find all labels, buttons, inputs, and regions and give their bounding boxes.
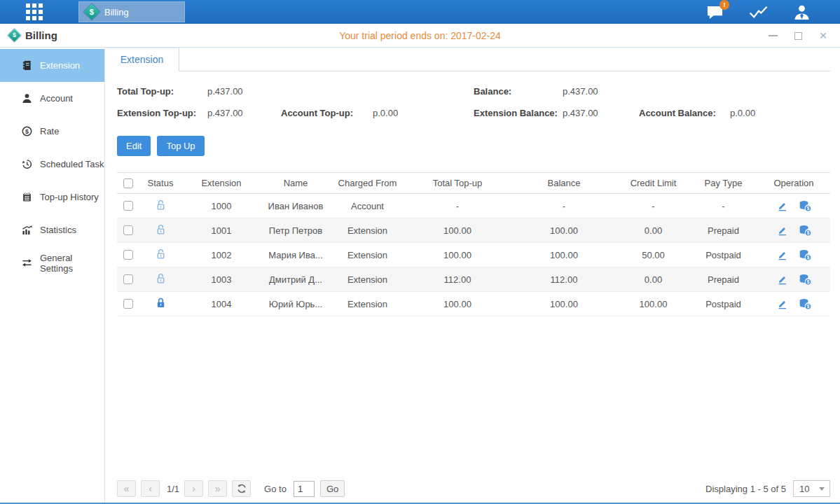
edit-button[interactable]: Edit bbox=[117, 136, 151, 156]
sidebar-item-extension[interactable]: Extension bbox=[0, 49, 104, 82]
status-locked-icon[interactable] bbox=[156, 297, 166, 309]
taskbar-tab-billing[interactable]: $ Billing bbox=[78, 1, 185, 22]
status-unlocked-icon[interactable] bbox=[156, 272, 166, 284]
svg-text:$: $ bbox=[806, 304, 809, 309]
page-size-select[interactable]: 10 bbox=[793, 480, 830, 497]
tab-bar: Extension bbox=[105, 48, 830, 71]
svg-text:$: $ bbox=[806, 255, 809, 260]
total-topup-value: p.437.00 bbox=[207, 86, 243, 97]
first-page-button[interactable]: « bbox=[117, 480, 136, 497]
account-topup-label: Account Top-up: bbox=[281, 108, 373, 118]
sidebar-item-label: Top-up History bbox=[40, 192, 99, 202]
row-checkbox[interactable] bbox=[123, 250, 133, 260]
svg-text:$: $ bbox=[25, 128, 29, 135]
minimize-button[interactable] bbox=[767, 30, 778, 41]
sidebar-item-label: Rate bbox=[40, 126, 59, 136]
col-name: Name bbox=[261, 173, 331, 194]
top-up-row-icon[interactable]: $ bbox=[799, 249, 812, 261]
page-indicator: 1/1 bbox=[167, 484, 179, 494]
account-balance-value: p.0.00 bbox=[730, 108, 755, 118]
sidebar-item-scheduled-task[interactable]: Scheduled Task bbox=[0, 148, 104, 181]
pagination-bar: « ‹ 1/1 › » Go to Go Displaying bbox=[117, 479, 830, 498]
maximize-button[interactable] bbox=[792, 30, 804, 41]
close-button[interactable]: × bbox=[818, 30, 829, 41]
table-row: 1002 Мария Ива... Extension 100.00 100.0… bbox=[117, 243, 830, 267]
sidebar-item-label: Scheduled Task bbox=[40, 159, 104, 169]
goto-page-input[interactable] bbox=[294, 481, 315, 497]
billing-app-icon: $ bbox=[84, 4, 100, 20]
notification-badge: ! bbox=[719, 0, 729, 10]
statistics-chart-icon[interactable] bbox=[748, 4, 769, 20]
table-row: 1001 Петр Петров Extension 100.00 100.00… bbox=[117, 218, 830, 243]
sidebar-item-label: Account bbox=[40, 93, 73, 104]
status-unlocked-icon[interactable] bbox=[156, 223, 166, 235]
balance-label: Balance: bbox=[474, 86, 563, 97]
top-up-row-icon[interactable]: $ bbox=[799, 200, 812, 212]
top-up-button[interactable]: Top Up bbox=[157, 136, 204, 156]
tab-extension[interactable]: Extension bbox=[105, 48, 179, 71]
svg-text:$: $ bbox=[806, 279, 809, 285]
select-all-checkbox[interactable] bbox=[123, 178, 133, 188]
chevron-down-icon bbox=[819, 487, 825, 491]
row-checkbox[interactable] bbox=[123, 299, 133, 309]
row-checkbox[interactable] bbox=[123, 225, 133, 235]
status-unlocked-icon[interactable] bbox=[156, 248, 166, 260]
edit-row-icon[interactable] bbox=[776, 225, 788, 237]
edit-row-icon[interactable] bbox=[776, 274, 788, 286]
extension-balance-value: p.437.00 bbox=[563, 108, 639, 118]
exchange-arrows-icon bbox=[22, 258, 32, 268]
page-size-value: 10 bbox=[799, 484, 809, 494]
next-page-button[interactable]: › bbox=[184, 480, 203, 497]
sidebar-item-label: Statistics bbox=[40, 225, 76, 235]
table-row: 1004 Юрий Юрь... Extension 100.00 100.00… bbox=[117, 292, 830, 316]
top-up-row-icon[interactable]: $ bbox=[799, 298, 812, 310]
trial-notice: Your trial period ends on: 2017-02-24 bbox=[0, 30, 840, 41]
sidebar-item-statistics[interactable]: Statistics bbox=[0, 214, 104, 246]
account-balance-label: Account Balance: bbox=[639, 108, 730, 118]
taskbar-tab-label: Billing bbox=[104, 7, 129, 18]
status-unlocked-icon[interactable] bbox=[156, 199, 166, 211]
edit-row-icon[interactable] bbox=[776, 200, 788, 212]
sidebar: Extension Account $ Rate bbox=[0, 48, 105, 503]
user-account-icon[interactable] bbox=[793, 4, 811, 20]
prev-page-button[interactable]: ‹ bbox=[141, 480, 160, 497]
col-charged-from: Charged From bbox=[331, 173, 404, 194]
messages-icon[interactable]: ! bbox=[705, 4, 724, 20]
sidebar-item-general-settings[interactable]: General Settings bbox=[0, 246, 104, 279]
refresh-button[interactable] bbox=[232, 480, 251, 497]
bar-chart-icon bbox=[22, 225, 32, 235]
billing-app-window: $ Billing ! $ Billing Yo bbox=[0, 0, 840, 504]
table-header-row: Status Extension Name Charged From Total… bbox=[117, 173, 830, 194]
svg-text:$: $ bbox=[806, 230, 809, 236]
top-up-row-icon[interactable]: $ bbox=[799, 274, 812, 286]
table-row: 1003 Дмитрий Д... Extension 112.00 112.0… bbox=[117, 267, 830, 292]
sidebar-item-rate[interactable]: $ Rate bbox=[0, 115, 104, 148]
goto-label: Go to bbox=[264, 484, 287, 494]
billing-title-icon: $ bbox=[8, 29, 20, 41]
row-checkbox[interactable] bbox=[123, 274, 133, 284]
person-icon bbox=[22, 93, 32, 104]
go-button[interactable]: Go bbox=[320, 480, 345, 497]
last-page-button[interactable]: » bbox=[208, 480, 227, 497]
clock-icon bbox=[22, 159, 32, 169]
dollar-circle-icon: $ bbox=[22, 126, 32, 136]
col-operation: Operation bbox=[757, 173, 830, 194]
extensions-table: Status Extension Name Charged From Total… bbox=[117, 172, 830, 316]
col-status: Status bbox=[139, 173, 182, 194]
app-launcher-icon[interactable] bbox=[26, 4, 43, 20]
extension-balance-label: Extension Balance: bbox=[474, 108, 563, 118]
row-checkbox[interactable] bbox=[123, 201, 133, 211]
col-extension: Extension bbox=[182, 173, 261, 194]
sidebar-item-account[interactable]: Account bbox=[0, 82, 104, 115]
edit-row-icon[interactable] bbox=[776, 249, 788, 261]
refresh-icon bbox=[237, 484, 247, 493]
edit-row-icon[interactable] bbox=[776, 298, 788, 310]
total-topup-label: Total Top-up: bbox=[117, 86, 207, 97]
extension-topup-value: p.437.00 bbox=[207, 108, 281, 118]
top-shell-bar: $ Billing ! bbox=[0, 0, 840, 24]
table-row: 1000 Иван Иванов Account - - - - $ bbox=[117, 194, 830, 218]
top-up-row-icon[interactable]: $ bbox=[799, 225, 812, 237]
displaying-text: Displaying 1 - 5 of 5 bbox=[705, 484, 786, 494]
main-content: Extension Total Top-up: p.437.00 Extensi… bbox=[105, 48, 840, 503]
sidebar-item-topup-history[interactable]: Top-up History bbox=[0, 181, 104, 214]
